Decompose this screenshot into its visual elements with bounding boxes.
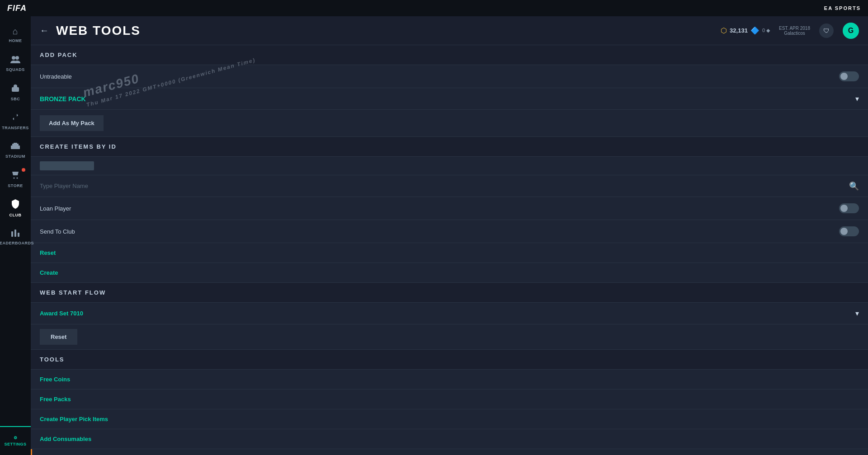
add-as-my-pack-button[interactable]: Add As My Pack [40, 115, 104, 131]
coins-zero: 0 ◆ [762, 28, 770, 33]
top-bar: FIFA EA SPORTS [0, 0, 868, 16]
sidebar-label-settings: SETTINGS [4, 442, 26, 446]
sidebar-item-home[interactable]: ⌂ HOME [0, 20, 31, 49]
sidebar-item-leaderboards[interactable]: LEADERBOARDS [0, 222, 31, 251]
leaderboards-icon [11, 229, 20, 239]
svg-point-1 [15, 56, 19, 60]
bronze-pack-chevron[interactable]: ▾ [855, 94, 859, 103]
stadium-icon [10, 142, 20, 152]
shield-icon: 🛡 [819, 23, 834, 38]
color-bar [40, 161, 94, 170]
svg-rect-2 [12, 87, 19, 92]
sidebar-bottom: ⚙ SETTINGS [0, 426, 31, 455]
tool-reset-daily-gift[interactable]: Reset Daily Gift [31, 449, 868, 455]
award-set-chevron[interactable]: ▾ [855, 309, 859, 318]
coins-count: 32,131 [730, 27, 748, 34]
store-badge [22, 168, 25, 172]
coins-icon: ⬡ [721, 26, 727, 35]
player-search-row: 🔍 [31, 175, 868, 197]
svg-rect-3 [11, 145, 20, 149]
sidebar-label-home: HOME [9, 38, 22, 43]
fifa-logo: FIFA [7, 4, 27, 13]
main-layout: ⌂ HOME SQUADS SBC [0, 16, 868, 455]
store-icon [11, 170, 20, 182]
main-content: ADD PACK Untradeable BRONZE PACK ▾ Add A… [31, 45, 868, 455]
web-flow-reset-row: Reset [31, 324, 868, 350]
page-header: ← WEB TOOLS ⬡ 32,131 🔷 0 ◆ EST. APR 2018… [31, 16, 868, 45]
untradeable-label: Untradeable [40, 73, 72, 80]
web-flow-reset-button[interactable]: Reset [40, 329, 77, 345]
avatar: G [843, 23, 859, 39]
search-icon[interactable]: 🔍 [849, 181, 859, 191]
sidebar-label-stadium: STADIUM [5, 154, 25, 159]
create-link[interactable]: Create [31, 263, 868, 283]
sidebar: ⌂ HOME SQUADS SBC [0, 16, 31, 455]
send-to-club-toggle[interactable] [839, 226, 859, 236]
send-to-club-label: Send To Club [40, 228, 75, 235]
create-items-section-title: CREATE ITEMS BY ID [31, 137, 868, 157]
tool-create-player-pick[interactable]: Create Player Pick Items [31, 409, 868, 429]
back-button[interactable]: ← [40, 25, 49, 36]
sidebar-label-sbc: SBC [11, 97, 20, 101]
content-area: ← WEB TOOLS ⬡ 32,131 🔷 0 ◆ EST. APR 2018… [31, 16, 868, 455]
sidebar-item-sbc[interactable]: SBC [0, 78, 31, 107]
svg-rect-7 [14, 230, 16, 237]
color-bar-row [31, 157, 868, 175]
sidebar-label-transfers: TRANSFERS [2, 126, 29, 130]
sidebar-label-store: STORE [8, 183, 23, 188]
tools-section-title: TOOLS [31, 350, 868, 370]
coins-display: ⬡ 32,131 🔷 0 ◆ [721, 26, 770, 35]
tool-free-packs[interactable]: Free Packs [31, 389, 868, 409]
sidebar-item-club[interactable]: CLUB [0, 193, 31, 222]
page-title: WEB TOOLS [56, 23, 141, 38]
untradeable-toggle[interactable] [839, 71, 859, 81]
header-stats: ⬡ 32,131 🔷 0 ◆ EST. APR 2018 Galacticos … [721, 23, 859, 39]
top-bar-left: FIFA [7, 4, 27, 13]
settings-icon: ⚙ [14, 436, 18, 440]
loan-player-toggle[interactable] [839, 203, 859, 213]
add-pack-section-title: ADD PACK [31, 45, 868, 65]
untradeable-row: Untradeable [31, 65, 868, 88]
svg-point-0 [12, 56, 15, 60]
sidebar-item-store[interactable]: STORE [0, 164, 31, 193]
svg-point-5 [17, 177, 18, 178]
top-bar-right: EA SPORTS [824, 5, 861, 11]
sidebar-label-squads: SQUADS [6, 67, 25, 72]
tool-add-consumables[interactable]: Add Consumables [31, 429, 868, 449]
club-icon [11, 199, 19, 211]
svg-point-4 [14, 177, 15, 178]
reset-link[interactable]: Reset [31, 243, 868, 263]
squads-icon [10, 55, 20, 66]
sidebar-label-club: CLUB [9, 213, 22, 217]
award-set-row: Award Set 7010 ▾ [31, 303, 868, 324]
svg-rect-8 [18, 233, 19, 237]
loan-player-row: Loan Player [31, 197, 868, 220]
loan-player-label: Loan Player [40, 205, 71, 212]
est-badge: EST. APR 2018 Galacticos [779, 26, 810, 36]
bronze-pack-row: BRONZE PACK ▾ [31, 88, 868, 110]
svg-rect-6 [11, 231, 13, 237]
award-set-label[interactable]: Award Set 7010 [40, 310, 83, 317]
sidebar-label-leaderboards: LEADERBOARDS [0, 241, 34, 245]
send-to-club-row: Send To Club [31, 220, 868, 243]
bronze-pack-label[interactable]: BRONZE PACK [40, 95, 86, 103]
search-input[interactable] [40, 180, 849, 192]
add-as-my-pack-row: Add As My Pack [31, 110, 868, 137]
transfers-icon [11, 113, 20, 124]
web-start-flow-title: WEB START FLOW [31, 283, 868, 303]
coins-icon-2: 🔷 [750, 26, 760, 35]
sidebar-item-settings[interactable]: ⚙ SETTINGS [0, 426, 31, 455]
sidebar-item-transfers[interactable]: TRANSFERS [0, 107, 31, 136]
sbc-icon [11, 84, 20, 95]
ea-sports-logo: EA SPORTS [824, 5, 861, 11]
sidebar-item-stadium[interactable]: STADIUM [0, 136, 31, 164]
tool-free-coins[interactable]: Free Coins [31, 370, 868, 389]
sidebar-item-squads[interactable]: SQUADS [0, 49, 31, 78]
home-icon: ⌂ [13, 26, 19, 37]
